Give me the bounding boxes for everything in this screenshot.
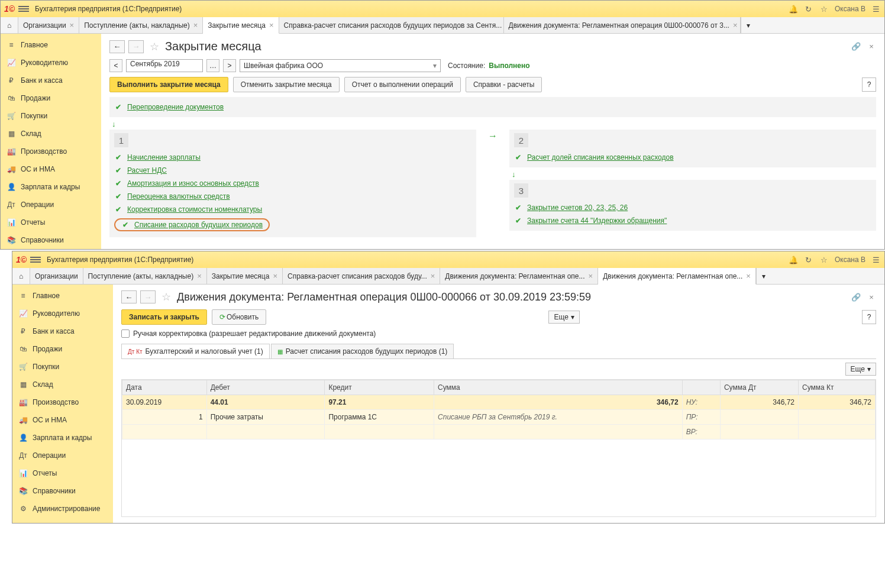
col-sum-dt[interactable]: Сумма Дт bbox=[720, 380, 798, 395]
more-button-2[interactable]: Еще ▾ bbox=[845, 363, 876, 376]
tab-5[interactable]: Движения документа: Регламентная опе...× bbox=[598, 268, 756, 285]
sidebar-item-2[interactable]: ₽Банк и касса bbox=[12, 322, 113, 340]
help-button[interactable]: ? bbox=[862, 310, 876, 324]
op-link[interactable]: Корректировка стоимости номенклатуры bbox=[127, 205, 262, 214]
sidebar-item-5[interactable]: ▦Склад bbox=[1, 125, 101, 143]
history-icon[interactable]: ↻ bbox=[804, 4, 813, 14]
link-icon[interactable]: 🔗 bbox=[851, 292, 861, 302]
tab-3[interactable]: Справка-расчет списания расходов будущих… bbox=[279, 17, 504, 33]
subtab-calc[interactable]: ▦Расчет списания расходов будущих период… bbox=[271, 344, 454, 358]
star-icon[interactable]: ☆ bbox=[819, 4, 829, 14]
op-reposting[interactable]: Перепроведение документов bbox=[127, 103, 224, 111]
sidebar-item-6[interactable]: 🏭Производство bbox=[12, 393, 113, 411]
sidebar-item-8[interactable]: 👤Зарплата и кадры bbox=[12, 429, 113, 447]
col-date[interactable]: Дата bbox=[122, 380, 207, 395]
sidebar-item-admin[interactable]: ⚙Администрирование bbox=[12, 500, 113, 518]
nav-back[interactable]: ← bbox=[109, 40, 125, 53]
sidebar-item-11[interactable]: 📚Справочники bbox=[12, 482, 113, 500]
hamburger-icon[interactable] bbox=[18, 6, 29, 12]
tab-more[interactable]: ▾ bbox=[756, 268, 771, 284]
subtab-accounting[interactable]: Дт КтБухгалтерский и налоговый учет (1) bbox=[121, 344, 270, 358]
sidebar-item-10[interactable]: 📊Отчеты bbox=[1, 214, 101, 231]
bell-icon[interactable]: 🔔 bbox=[789, 4, 798, 14]
tab-4[interactable]: Движения документа: Регламентная операци… bbox=[504, 17, 741, 33]
sidebar-item-9[interactable]: ДтОперации bbox=[12, 447, 113, 464]
tab-1[interactable]: Поступление (акты, накладные)× bbox=[83, 268, 207, 284]
bell-icon[interactable]: 🔔 bbox=[789, 255, 798, 264]
tab-0[interactable]: Организации× bbox=[18, 17, 79, 33]
favorite-icon[interactable]: ☆ bbox=[150, 40, 159, 53]
help-button[interactable]: ? bbox=[862, 77, 876, 92]
col-sum-kt[interactable]: Сумма Кт bbox=[799, 380, 876, 395]
sidebar-item-10[interactable]: 📊Отчеты bbox=[12, 464, 113, 482]
close-icon[interactable]: × bbox=[273, 272, 277, 280]
next-period[interactable]: > bbox=[223, 59, 236, 72]
sidebar-item-0[interactable]: ≡Главное bbox=[12, 287, 113, 305]
tab-1[interactable]: Поступление (акты, накладные)× bbox=[79, 17, 203, 33]
close-icon[interactable]: × bbox=[746, 272, 751, 280]
close-icon[interactable]: × bbox=[589, 272, 593, 280]
op-link[interactable]: Закрытие счета 44 "Издержки обращения" bbox=[527, 217, 667, 225]
tab-4[interactable]: Движения документа: Регламентная опе...× bbox=[440, 268, 598, 284]
history-icon[interactable]: ↻ bbox=[804, 255, 813, 264]
sidebar-item-4[interactable]: 🛒Покупки bbox=[12, 358, 113, 376]
tab-3[interactable]: Справка-расчет списания расходов буду...… bbox=[283, 268, 440, 284]
more-button[interactable]: Еще ▾ bbox=[548, 311, 579, 324]
save-close-button[interactable]: Записать и закрыть bbox=[121, 309, 207, 325]
sidebar-item-5[interactable]: ▦Склад bbox=[12, 376, 113, 393]
period-picker[interactable]: … bbox=[206, 59, 219, 72]
sidebar-item-8[interactable]: 👤Зарплата и кадры bbox=[1, 178, 101, 196]
op-link[interactable]: Списание расходов будущих периодов bbox=[134, 221, 263, 229]
link-icon[interactable]: 🔗 bbox=[851, 42, 861, 51]
table-row[interactable]: ВР: bbox=[122, 425, 876, 440]
op-link[interactable]: Амортизация и износ основных средств bbox=[127, 179, 259, 188]
sidebar-item-9[interactable]: ДтОперации bbox=[1, 196, 101, 214]
period-input[interactable]: Сентябрь 2019 bbox=[126, 59, 203, 72]
close-icon[interactable]: × bbox=[193, 21, 198, 30]
close-page-icon[interactable]: × bbox=[867, 292, 876, 302]
op-link[interactable]: Закрытие счетов 20, 23, 25, 26 bbox=[527, 203, 628, 212]
nav-fwd[interactable]: → bbox=[140, 290, 156, 303]
sidebar-item-3[interactable]: 🛍Продажи bbox=[1, 89, 101, 107]
cancel-close-button[interactable]: Отменить закрытие месяца bbox=[233, 77, 340, 92]
favorite-icon[interactable]: ☆ bbox=[162, 290, 171, 303]
report-button[interactable]: Отчет о выполнении операций bbox=[344, 77, 461, 92]
nav-back[interactable]: ← bbox=[121, 290, 137, 303]
sidebar-item-4[interactable]: 🛒Покупки bbox=[1, 107, 101, 125]
table-row[interactable]: 1 Прочие затраты Программа 1С Списание Р… bbox=[122, 410, 876, 425]
manual-edit-checkbox[interactable] bbox=[121, 329, 130, 338]
refresh-button[interactable]: ⟳Обновить bbox=[212, 309, 266, 325]
op-link[interactable]: Начисление зарплаты bbox=[127, 153, 201, 161]
sidebar-item-11[interactable]: 📚Справочники bbox=[1, 231, 101, 249]
sidebar-item-2[interactable]: ₽Банк и касса bbox=[1, 72, 101, 89]
close-icon[interactable]: × bbox=[269, 21, 274, 30]
org-select[interactable]: Швейная фабрика ООО▾ bbox=[240, 59, 441, 72]
home-tab[interactable]: ⌂ bbox=[12, 268, 30, 284]
refs-button[interactable]: Справки - расчеты bbox=[466, 77, 542, 92]
col-debit[interactable]: Дебет bbox=[206, 380, 325, 395]
prev-period[interactable]: < bbox=[109, 59, 122, 72]
home-tab[interactable]: ⌂ bbox=[1, 17, 18, 33]
sidebar-item-0[interactable]: ≡Главное bbox=[1, 36, 101, 54]
sidebar-item-7[interactable]: 🚚ОС и НМА bbox=[1, 160, 101, 178]
op-link[interactable]: Переоценка валютных средств bbox=[127, 192, 230, 201]
col-blank[interactable] bbox=[682, 380, 720, 395]
sidebar-item-3[interactable]: 🛍Продажи bbox=[12, 340, 113, 358]
op-link[interactable]: Расчет долей списания косвенных расходов bbox=[527, 153, 674, 161]
close-icon[interactable]: × bbox=[431, 272, 435, 280]
settings-icon[interactable]: ☰ bbox=[871, 255, 881, 264]
op-link[interactable]: Расчет НДС bbox=[127, 166, 167, 175]
table-row[interactable]: 30.09.2019 44.01 97.21 346,72 НУ: 346,72… bbox=[122, 395, 876, 410]
sidebar-item-7[interactable]: 🚚ОС и НМА bbox=[12, 411, 113, 429]
close-page-icon[interactable]: × bbox=[867, 42, 876, 51]
close-icon[interactable]: × bbox=[733, 21, 738, 30]
sidebar-item-6[interactable]: 🏭Производство bbox=[1, 143, 101, 160]
hamburger-icon[interactable] bbox=[30, 257, 41, 263]
execute-button[interactable]: Выполнить закрытие месяца bbox=[109, 77, 228, 92]
nav-fwd[interactable]: → bbox=[128, 40, 144, 53]
sidebar-item-1[interactable]: 📈Руководителю bbox=[1, 54, 101, 72]
sidebar-item-1[interactable]: 📈Руководителю bbox=[12, 305, 113, 322]
tab-2[interactable]: Закрытие месяца× bbox=[207, 268, 283, 284]
tab-0[interactable]: Организации bbox=[30, 268, 83, 284]
tab-2[interactable]: Закрытие месяца× bbox=[203, 17, 279, 34]
